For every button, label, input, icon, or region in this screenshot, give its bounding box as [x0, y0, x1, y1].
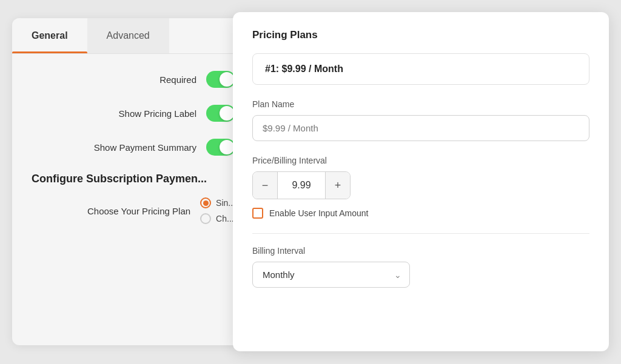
billing-interval-label: Billing Interval [252, 246, 589, 256]
toggle-show-payment-summary[interactable] [206, 139, 235, 156]
enable-user-input-label: Enable User Input Amount [269, 208, 368, 218]
toggle-required[interactable] [206, 71, 235, 88]
right-panel: Pricing Plans #1: $9.99 / Month Plan Nam… [233, 12, 609, 351]
tab-bar: General Advanced [12, 18, 255, 54]
tab-advanced[interactable]: Advanced [87, 18, 169, 53]
left-panel: General Advanced Required Show Pricing L… [12, 18, 255, 345]
plan-name-section: Plan Name [252, 99, 589, 141]
pricing-plan-radio-group: Choose Your Pricing Plan Sin... Ch... [32, 197, 235, 224]
panel-title: Pricing Plans [252, 29, 589, 41]
price-billing-label: Price/Billing Interval [252, 156, 589, 165]
radio-option-custom[interactable]: Ch... [200, 213, 235, 224]
section-title: Configure Subscription Paymen... [32, 173, 235, 185]
radio-circle-custom[interactable] [200, 213, 211, 224]
billing-interval-wrapper: Monthly Yearly Weekly Daily ⌄ [252, 262, 410, 288]
plan-header-title: #1: $9.99 / Month [265, 64, 343, 74]
increment-button[interactable]: + [326, 172, 350, 199]
tab-general[interactable]: General [12, 18, 87, 53]
enable-user-input-row: Enable User Input Amount [252, 208, 589, 219]
toggle-show-pricing-label[interactable] [206, 105, 235, 122]
price-billing-section: Price/Billing Interval − + Enable User I… [252, 156, 589, 219]
toggle-show-payment-summary-label: Show Payment Summary [94, 142, 196, 153]
radio-options: Sin... Ch... [200, 197, 235, 224]
radio-option-single[interactable]: Sin... [200, 197, 235, 208]
toggle-show-pricing-label-label: Show Pricing Label [119, 108, 196, 119]
billing-interval-select[interactable]: Monthly Yearly Weekly Daily [252, 262, 410, 288]
plan-name-label: Plan Name [252, 99, 589, 109]
radio-circle-single[interactable] [200, 197, 211, 208]
toggle-required-label: Required [159, 74, 196, 85]
decrement-button[interactable]: − [253, 172, 277, 199]
plan-name-input[interactable] [252, 115, 589, 141]
radio-option-custom-label: Ch... [216, 214, 234, 223]
tab-advanced-label: Advanced [107, 30, 150, 41]
divider [252, 233, 589, 234]
price-value-input[interactable] [277, 172, 326, 199]
plan-header: #1: $9.99 / Month [252, 53, 589, 85]
tab-general-label: General [32, 30, 68, 41]
left-content: Required Show Pricing Label Show Payment… [12, 54, 255, 241]
toggle-show-pricing-label-row: Show Pricing Label [32, 105, 235, 122]
toggle-required-row: Required [32, 71, 235, 88]
toggle-show-payment-summary-row: Show Payment Summary [32, 139, 235, 156]
enable-user-input-checkbox[interactable] [252, 208, 263, 219]
price-stepper: − + [252, 171, 351, 199]
pricing-plan-label: Choose Your Pricing Plan [87, 206, 190, 216]
billing-interval-section: Billing Interval Monthly Yearly Weekly D… [252, 246, 589, 288]
